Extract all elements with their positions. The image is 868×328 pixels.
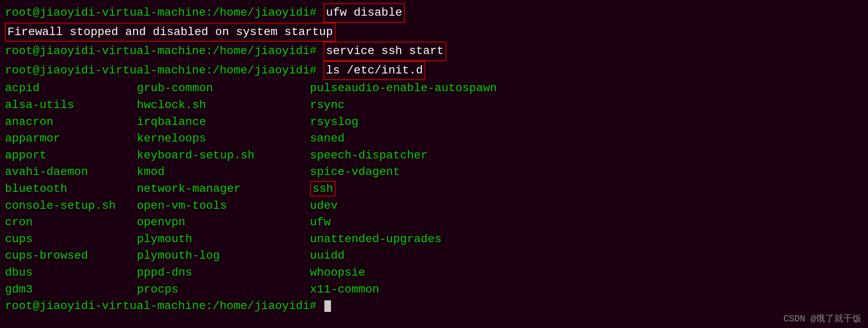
svc-rsync: rsync [310,97,497,114]
prompt-2: root@jiaoyidi-virtual-machine:/home/jiao… [5,43,324,60]
terminal-window: root@jiaoyidi-virtual-machine:/home/jiao… [0,0,868,318]
svc-kerneloops: kerneloops [137,130,310,147]
svc-avahi-daemon: avahi-daemon [5,164,137,181]
svc-hwclock: hwclock.sh [137,97,310,114]
svc-procps: procps [137,281,310,298]
svc-alsa-utils: alsa-utils [5,97,137,114]
svc-udev: udev [310,198,497,215]
svc-ufw: ufw [310,214,497,231]
command-line-2: root@jiaoyidi-virtual-machine:/home/jiao… [5,42,863,61]
cmd-ls-initd: ls /etc/init.d [324,61,425,80]
service-list: acpid alsa-utils anacron apparmor apport… [5,80,863,298]
final-prompt: root@jiaoyidi-virtual-machine:/home/jiao… [5,298,324,315]
svc-whoopsie: whoopsie [310,264,497,281]
watermark: CSDN @饿了就干饭 [784,312,861,325]
svc-cron: cron [5,214,137,231]
svc-speech-dispatcher: speech-dispatcher [310,147,497,164]
svc-irqbalance: irqbalance [137,114,310,131]
svc-keyboard-setup: keyboard-setup.sh [137,147,310,164]
svc-acpid: acpid [5,80,137,97]
svc-cups-browsed: cups-browsed [5,248,137,264]
svc-saned: saned [310,130,497,147]
col-3: pulseaudio-enable-autospawn rsync rsyslo… [310,80,497,298]
svc-anacron: anacron [5,114,137,131]
svc-dbus: dbus [5,264,137,281]
cursor [324,300,331,312]
cmd-ufw-disable: ufw disable [324,3,405,23]
svc-pulseaudio: pulseaudio-enable-autospawn [310,80,497,97]
svc-open-vm-tools: open-vm-tools [137,198,310,215]
output-line-1: Firewall stopped and disabled on system … [5,23,863,42]
svc-bluetooth: bluetooth [5,181,137,198]
svc-x11-common: x11-common [310,281,497,298]
cmd-service-ssh: service ssh start [324,42,446,61]
svc-console-setup: console-setup.sh [5,198,137,215]
svc-gdm3: gdm3 [5,281,137,298]
svc-grub-common: grub-common [137,80,310,97]
prompt-3: root@jiaoyidi-virtual-machine:/home/jiao… [5,62,324,79]
svc-spice-vdagent: spice-vdagent [310,164,497,181]
svc-openvpn: openvpn [137,214,310,231]
svc-rsyslog: rsyslog [310,114,497,131]
svc-network-manager: network-manager [137,181,310,198]
svc-plymouth: plymouth [137,231,310,248]
command-line-1: root@jiaoyidi-virtual-machine:/home/jiao… [5,3,863,23]
svc-plymouth-log: plymouth-log [137,248,310,264]
final-prompt-line: root@jiaoyidi-virtual-machine:/home/jiao… [5,298,863,315]
col-2: grub-common hwclock.sh irqbalance kernel… [137,80,310,298]
svc-ssh-highlighted: ssh [310,181,497,198]
svc-unattended-upgrades: unattended-upgrades [310,231,497,248]
svc-uuidd: uuidd [310,248,497,264]
svc-kmod: kmod [137,164,310,181]
svc-cups: cups [5,231,137,248]
col-1: acpid alsa-utils anacron apparmor apport… [5,80,137,298]
svc-apparmor: apparmor [5,130,137,147]
svc-apport: apport [5,147,137,164]
command-line-3: root@jiaoyidi-virtual-machine:/home/jiao… [5,61,863,80]
prompt-1: root@jiaoyidi-virtual-machine:/home/jiao… [5,5,324,21]
svc-pppd-dns: pppd-dns [137,264,310,281]
output-firewall: Firewall stopped and disabled on system … [5,23,335,42]
